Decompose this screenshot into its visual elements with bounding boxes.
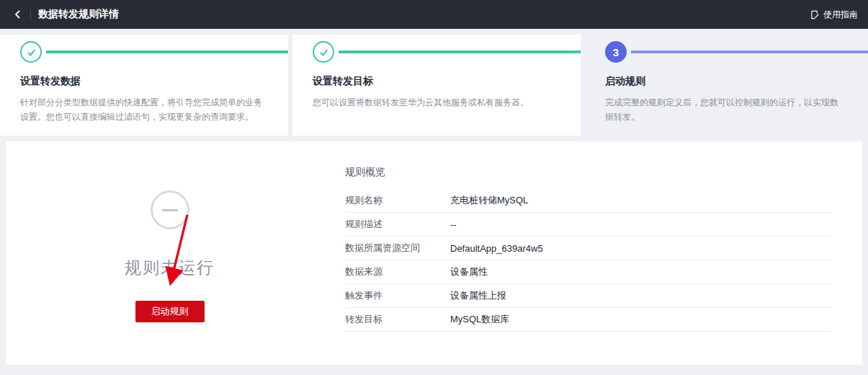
overview-value: 充电桩转储MySQL — [450, 194, 528, 207]
step-3-progress-line — [631, 50, 868, 53]
minus-circle-icon — [151, 190, 189, 229]
overview-row-resource-space: 数据所属资源空间 DefaultApp_639ar4w5 — [345, 237, 832, 260]
step-3-number: 3 — [613, 46, 619, 58]
chevron-left-icon — [13, 9, 23, 19]
step-1-description: 针对部分分类型数据提供的快速配置，将引导您完成简单的业务设置。您也可以直接编辑过… — [20, 95, 267, 124]
step-card-2: 设置转发目标 您可以设置将数据转发至华为云其他服务或私有服务器。 — [292, 35, 581, 136]
overview-row-trigger-event: 触发事件 设备属性上报 — [345, 284, 832, 308]
overview-value: DefaultApp_639ar4w5 — [450, 243, 543, 254]
step-2-check-circle-icon — [313, 41, 334, 63]
guide-link-label: 使用指南 — [823, 9, 858, 21]
overview-value: 设备属性上报 — [450, 289, 506, 302]
overview-label: 规则名称 — [345, 194, 450, 207]
top-header: 数据转发规则详情 使用指南 — [0, 0, 868, 29]
step-card-1: 设置转发数据 针对部分分类型数据提供的快速配置，将引导您完成简单的业务设置。您也… — [0, 35, 288, 136]
header-divider — [30, 9, 31, 20]
page: 数据转发规则详情 使用指南 设置转发数据 针对部分分类型数据提供的快速配 — [0, 0, 868, 365]
overview-value: 设备属性 — [450, 265, 488, 278]
overview-label: 转发目标 — [345, 313, 450, 326]
rule-status-text: 规则未运行 — [125, 257, 215, 279]
annotation-arrow-icon — [6, 141, 334, 365]
step-3-description: 完成完整的规则定义后，您就可以控制规则的运行，以实现数据转发。 — [605, 95, 846, 124]
overview-row-data-source: 数据来源 设备属性 — [345, 260, 832, 284]
overview-row-forward-target: 转发目标 MySQL数据库 — [345, 308, 832, 332]
step-3-number-circle-icon: 3 — [605, 41, 627, 63]
step-3-title: 启动规则 — [605, 75, 846, 88]
edit-doc-icon — [810, 10, 820, 19]
rule-status-pane: 规则未运行 启动规则 — [6, 141, 334, 365]
step-1-progress-line — [46, 50, 288, 53]
overview-title: 规则概览 — [345, 166, 832, 179]
steps-progress: 设置转发数据 针对部分分类型数据提供的快速配置，将引导您完成简单的业务设置。您也… — [0, 35, 868, 136]
step-1-check-circle-icon — [20, 41, 42, 63]
overview-value: -- — [450, 219, 457, 230]
overview-label: 数据所属资源空间 — [345, 242, 450, 255]
overview-label: 规则描述 — [345, 218, 450, 231]
page-title: 数据转发规则详情 — [38, 8, 119, 21]
overview-row-description: 规则描述 -- — [345, 213, 832, 237]
rule-detail-panel: 规则未运行 启动规则 规则概览 规则名称 充电桩转储MySQL 规则描述 -- — [6, 141, 862, 365]
overview-label: 触发事件 — [345, 289, 450, 302]
overview-value: MySQL数据库 — [450, 313, 509, 326]
step-2-progress-line — [339, 50, 581, 53]
step-1-title: 设置转发数据 — [20, 75, 267, 88]
step-card-3: 3 启动规则 完成完整的规则定义后，您就可以控制规则的运行，以实现数据转发。 — [585, 35, 868, 136]
rule-overview-pane: 规则概览 规则名称 充电桩转储MySQL 规则描述 -- 数据所属资源空间 De… — [334, 141, 862, 365]
guide-link[interactable]: 使用指南 — [810, 9, 858, 21]
overview-row-name: 规则名称 充电桩转储MySQL — [345, 189, 832, 213]
overview-label: 数据来源 — [345, 265, 450, 278]
back-button[interactable] — [10, 6, 26, 22]
minus-bar — [162, 209, 178, 211]
step-2-description: 您可以设置将数据转发至华为云其他服务或私有服务器。 — [313, 95, 559, 110]
step-2-title: 设置转发目标 — [313, 75, 559, 88]
start-rule-button[interactable]: 启动规则 — [135, 301, 205, 322]
